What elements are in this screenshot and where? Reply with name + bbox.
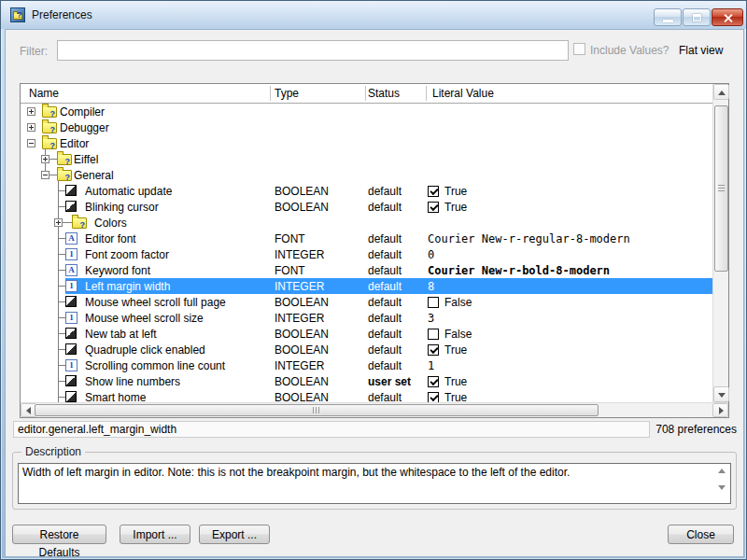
row-type: BOOLEAN <box>275 201 329 214</box>
expander-plus-icon[interactable] <box>27 123 35 132</box>
row-status: default <box>368 328 402 341</box>
font-icon: A <box>65 232 78 245</box>
row-type: FONT <box>275 264 305 277</box>
table-row[interactable]: New tab at leftBOOLEANdefaultFalse <box>21 326 712 342</box>
export-button[interactable]: Export ... <box>199 525 270 544</box>
column-divider[interactable] <box>365 86 366 101</box>
include-values-checkbox[interactable] <box>573 43 585 55</box>
tree-connector-dash <box>58 238 65 239</box>
table-row[interactable]: ?Eiffel <box>21 151 712 167</box>
table-row[interactable]: ?Compiler <box>21 104 712 119</box>
row-name: Smart home <box>85 391 146 402</box>
table-row[interactable]: ?General <box>21 167 712 183</box>
table-row[interactable]: 1Scrolling common line countINTEGERdefau… <box>21 357 712 373</box>
row-name: Compiler <box>60 105 105 119</box>
row-name: New tab at left <box>85 328 157 341</box>
value-checkbox[interactable] <box>428 202 439 213</box>
table-row[interactable]: Quadruple click enabledBOOLEANdefaultTru… <box>21 342 712 357</box>
row-name: General <box>74 169 114 182</box>
table-row[interactable]: AEditor fontFONTdefaultCourier New-r-reg… <box>21 231 712 246</box>
horizontal-scrollbar[interactable] <box>21 402 728 417</box>
row-value: True <box>428 391 467 402</box>
table-header: Name Type Status Literal Value <box>21 84 712 104</box>
titlebar[interactable]: ? Preferences <box>1 1 747 29</box>
tree-connector-dash <box>58 365 65 366</box>
include-values-label: Include Values? <box>590 44 669 57</box>
expander-minus-icon[interactable] <box>41 171 49 179</box>
column-header-type[interactable]: Type <box>275 87 299 100</box>
horizontal-scroll-thumb[interactable] <box>35 404 599 416</box>
close-window-button[interactable] <box>712 8 743 26</box>
value-checkbox[interactable] <box>428 329 439 340</box>
arrow-left-icon <box>26 407 31 414</box>
arrow-up-icon[interactable] <box>718 469 726 473</box>
value-checkbox[interactable] <box>428 376 439 387</box>
value-label: True <box>444 391 467 402</box>
column-header-literal[interactable]: Literal Value <box>432 87 494 100</box>
arrow-down-icon[interactable] <box>718 485 726 490</box>
value-label: False <box>444 328 472 341</box>
row-value: True <box>428 185 467 198</box>
value-checkbox[interactable] <box>428 392 439 402</box>
preferences-table: Name Type Status Literal Value ?Compiler… <box>20 83 729 418</box>
table-row[interactable]: Mouse wheel scroll full pageBOOLEANdefau… <box>21 294 712 310</box>
tree-connector-dash <box>58 270 65 271</box>
expander-plus-icon[interactable] <box>54 218 63 227</box>
column-header-status[interactable]: Status <box>368 87 400 100</box>
filter-input[interactable] <box>57 40 569 61</box>
table-row[interactable]: AKeyword fontFONTdefaultCourier New-r-bo… <box>21 262 712 278</box>
preferences-app-icon: ? <box>10 7 25 22</box>
row-value: True <box>428 201 467 214</box>
row-status: default <box>368 201 402 214</box>
expander-minus-icon[interactable] <box>27 139 35 147</box>
font-icon: A <box>65 264 78 276</box>
table-row[interactable]: Blinking cursorBOOLEANdefaultTrue <box>21 199 712 215</box>
value-checkbox[interactable] <box>428 186 439 197</box>
vertical-scrollbar[interactable] <box>712 84 728 402</box>
table-row[interactable]: 1Mouse wheel scroll sizeINTEGERdefault3 <box>21 310 712 326</box>
maximize-icon <box>693 14 701 21</box>
restore-defaults-button[interactable]: Restore Defaults <box>12 525 106 544</box>
column-divider[interactable] <box>270 86 271 101</box>
table-row[interactable]: Show line numbersBOOLEANuser setTrue <box>21 373 712 389</box>
integer-icon: 1 <box>65 312 78 324</box>
table-row[interactable]: 1Left margin widthINTEGERdefault8 <box>21 278 712 294</box>
row-value: 1 <box>428 359 434 372</box>
value-checkbox[interactable] <box>428 297 439 308</box>
table-row[interactable]: ?Debugger <box>21 119 712 135</box>
boolean-icon <box>65 343 77 355</box>
row-status: user set <box>368 375 411 388</box>
expander-plus-icon[interactable] <box>41 155 49 163</box>
table-row[interactable]: Automatic updateBOOLEANdefaultTrue <box>21 183 712 199</box>
column-header-name[interactable]: Name <box>29 87 59 100</box>
row-name: Colors <box>94 217 127 230</box>
description-group: Description Width of left margin in edit… <box>12 452 737 510</box>
description-text: Width of left margin in editor. Note: th… <box>22 466 710 479</box>
close-button[interactable]: Close <box>668 525 734 544</box>
scroll-up-button[interactable] <box>713 84 729 100</box>
minimize-button[interactable] <box>654 8 682 26</box>
integer-icon: 1 <box>65 359 78 371</box>
row-type: INTEGER <box>275 359 324 372</box>
import-button[interactable]: Import ... <box>120 525 190 544</box>
boolean-icon <box>65 375 77 386</box>
row-type: FONT <box>275 232 305 245</box>
row-value: 8 <box>428 280 434 293</box>
boolean-icon <box>65 328 77 339</box>
table-row[interactable]: 1Font zoom factorINTEGERdefault0 <box>21 246 712 262</box>
scroll-down-button[interactable] <box>713 386 729 402</box>
column-divider[interactable] <box>426 86 427 101</box>
table-row[interactable]: ?Colors <box>21 215 712 231</box>
row-status: default <box>368 312 402 325</box>
maximize-button[interactable] <box>683 8 711 26</box>
folder-icon: ? <box>42 122 57 133</box>
value-checkbox[interactable] <box>428 344 439 356</box>
expander-plus-icon[interactable] <box>27 107 35 116</box>
preferences-window: ? Preferences Filter: Include Values? Fl… <box>0 0 747 560</box>
vertical-scroll-thumb[interactable] <box>714 105 728 272</box>
table-row[interactable]: ?Editor <box>21 135 712 151</box>
description-scrollbar[interactable] <box>714 465 729 502</box>
scroll-right-button[interactable] <box>712 403 728 417</box>
flat-view-button[interactable]: Flat view <box>679 44 723 57</box>
table-row[interactable]: Smart homeBOOLEANdefaultTrue <box>21 389 712 402</box>
